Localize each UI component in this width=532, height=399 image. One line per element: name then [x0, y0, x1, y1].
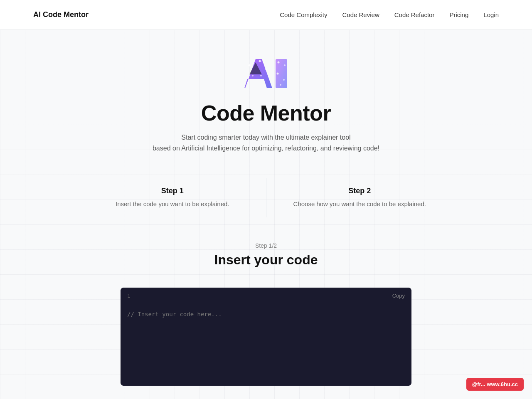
svg-point-2	[249, 64, 251, 66]
steps-section: Step 1 Insert the code you want to be ex…	[79, 178, 453, 217]
brand-logo[interactable]: AI Code Mentor	[33, 10, 89, 19]
code-editor-header: 1 Copy	[121, 288, 411, 304]
svg-point-11	[283, 79, 285, 81]
nav-link-code-complexity[interactable]: Code Complexity	[280, 11, 327, 18]
svg-point-5	[252, 75, 254, 76]
step-1-title: Step 1	[96, 187, 249, 195]
svg-point-12	[280, 84, 281, 86]
svg-point-6	[260, 75, 262, 76]
nav-link-pricing[interactable]: Pricing	[449, 11, 468, 18]
nav-link-login[interactable]: Login	[483, 11, 499, 18]
step-1-description: Insert the code you want to be explained…	[96, 200, 249, 209]
svg-point-10	[277, 73, 279, 75]
nav-links: Code Complexity Code Review Code Refacto…	[280, 11, 499, 18]
svg-point-8	[278, 62, 280, 64]
nav-link-code-refactor[interactable]: Code Refactor	[394, 11, 435, 18]
insert-code-title: Insert your code	[214, 252, 318, 268]
line-number: 1	[127, 293, 131, 299]
step-2-title: Step 2	[283, 187, 437, 195]
code-editor-body[interactable]	[121, 304, 411, 386]
ai-logo	[241, 55, 291, 92]
copy-button[interactable]: Copy	[392, 293, 405, 299]
hero-title: Code Mentor	[201, 101, 331, 126]
navbar: AI Code Mentor Code Complexity Code Revi…	[0, 0, 532, 30]
code-editor: 1 Copy	[121, 288, 411, 386]
step-2-card: Step 2 Choose how you want the code to b…	[266, 178, 453, 217]
insert-code-section: Step 1/2 Insert your code	[214, 242, 318, 278]
hero-subtitle: Start coding smarter today with the ulti…	[153, 132, 379, 153]
step-indicator: Step 1/2	[214, 242, 318, 249]
watermark-badge: @fr... www.6hu.cc	[466, 378, 524, 391]
nav-link-code-review[interactable]: Code Review	[342, 11, 379, 18]
step-2-description: Choose how you want the code to be expla…	[283, 200, 437, 209]
svg-point-9	[284, 64, 286, 66]
main-content: Code Mentor Start coding smarter today w…	[0, 30, 532, 386]
code-input[interactable]	[127, 311, 405, 377]
step-1-card: Step 1 Insert the code you want to be ex…	[79, 178, 266, 217]
